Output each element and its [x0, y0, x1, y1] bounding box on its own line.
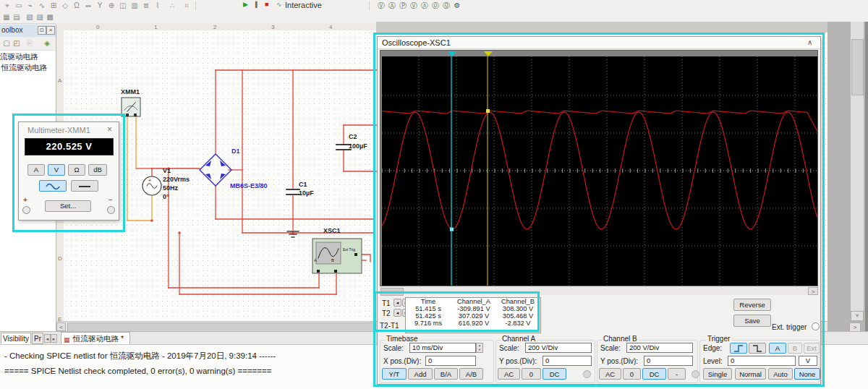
probe-settings-gear-icon[interactable]: ⚙	[452, 1, 462, 10]
reverse-button[interactable]: Reverse	[733, 299, 771, 311]
toolbar-icon[interactable]: Y	[95, 1, 105, 10]
collapse-icon[interactable]: ∧	[807, 38, 812, 46]
cursor2-handle[interactable]	[484, 51, 493, 56]
toolbar-icon[interactable]: ∿	[37, 1, 47, 10]
channel-b-scale-input[interactable]: 200 V/Div	[626, 343, 693, 353]
postprocessor-icon[interactable]: ▧	[25, 12, 35, 22]
scroll-down-button[interactable]: ˅	[851, 311, 864, 321]
toolbar-icon[interactable]: Ω	[72, 1, 82, 10]
tab-visibility[interactable]: Visibility	[1, 333, 31, 344]
ba-mode-button[interactable]: B/A	[434, 368, 458, 380]
yt-mode-button[interactable]: Y/T	[382, 368, 407, 380]
toolbar-icon[interactable]: ◫	[118, 1, 128, 10]
set-button[interactable]: Set...	[45, 200, 91, 212]
interactive-mode-dropdown[interactable]: Interactive	[285, 1, 322, 9]
trigger-single-button[interactable]: Single	[703, 368, 732, 380]
capture-icon[interactable]: ▩	[45, 12, 55, 22]
trigger-source-a-button[interactable]: A	[769, 343, 786, 354]
ac-mode-button[interactable]	[39, 180, 67, 192]
toolbar-icon[interactable]: ⌖	[2, 1, 12, 10]
circuit-tab[interactable]: ▦ 恒流驱动电路 *	[61, 332, 130, 345]
scroll-left-button[interactable]: <	[56, 322, 66, 331]
report-icon[interactable]: ▨	[35, 12, 45, 22]
scope-hscrollbar[interactable]: >	[380, 287, 818, 295]
mode-ohmmeter-button[interactable]: Ω	[68, 164, 85, 176]
voltage-probe-icon[interactable]: Ⓥ	[376, 1, 386, 10]
trigger-auto-button[interactable]: Auto	[768, 368, 793, 380]
scope-hscroll-thumb[interactable]	[380, 288, 404, 296]
multimeter-close-icon[interactable]: ×	[107, 124, 112, 134]
analysis-icon[interactable]: ▤	[12, 12, 22, 22]
tab-scroll-right[interactable]: ►	[51, 334, 57, 343]
t1-left-button[interactable]: ◄	[393, 299, 401, 307]
open-folder-icon[interactable]: ◰	[12, 38, 22, 48]
board-icon[interactable]: ◈	[42, 38, 52, 48]
trigger-none-button[interactable]: None	[794, 368, 820, 380]
channel-b-dc-button[interactable]: DC	[642, 368, 666, 380]
channel-a-ac-button[interactable]: AC	[498, 368, 520, 380]
trigger-falling-edge-button[interactable]	[749, 343, 766, 354]
toolbar-icon[interactable]: ⊕	[106, 1, 116, 10]
toolbar-icon[interactable]: ⌇	[153, 1, 163, 10]
t2-left-button[interactable]: ◄	[393, 309, 401, 317]
voltage-current-probe-icon[interactable]: Ⓐ	[420, 1, 430, 10]
dc-mode-button[interactable]	[71, 180, 98, 192]
toolbar-icon[interactable]: ⌗	[182, 1, 192, 10]
toolbox-header[interactable]: oolbox ⊡ ×	[0, 25, 56, 38]
negative-terminal[interactable]	[107, 206, 115, 214]
ab-mode-button[interactable]: A/B	[459, 368, 483, 380]
positive-terminal[interactable]	[22, 206, 30, 214]
oscilloscope-window[interactable]: Oscilloscope-XSC1 ∧ > T1 ◄ ► T2 ◄ ► T2-T…	[377, 36, 821, 385]
power-probe-icon[interactable]: Ⓟ	[398, 1, 408, 10]
new-document-icon[interactable]: ▢	[1, 38, 12, 48]
pause-simulation-button[interactable]: ∥	[255, 1, 258, 8]
current-probe-icon[interactable]: Ⓐ	[387, 1, 397, 10]
oscilloscope-titlebar[interactable]: Oscilloscope-XSC1 ∧	[378, 37, 820, 49]
vscroll-thumb[interactable]	[851, 39, 864, 95]
trigger-source-b-button[interactable]: B	[788, 343, 802, 354]
diff-voltage-probe-icon[interactable]: Ⓥ	[409, 1, 419, 10]
tab-project[interactable]: Pr	[32, 333, 43, 344]
channel-b-ac-button[interactable]: AC	[599, 368, 621, 380]
toolbar-icon[interactable]: ⊞	[48, 1, 59, 10]
toolbar-icon[interactable]: ▭	[14, 1, 24, 10]
digital-probe-icon[interactable]: Ⓠ	[441, 1, 451, 10]
timebase-xpos-input[interactable]: 0	[425, 356, 476, 366]
channel-a-ypos-input[interactable]: 0	[542, 356, 592, 366]
toolbar-icon[interactable]: ≣	[141, 1, 151, 10]
add-mode-button[interactable]: Add	[408, 368, 433, 380]
toolbox-restore-button[interactable]: ⊡	[38, 26, 46, 35]
trigger-source-ext-button[interactable]: Ext	[804, 343, 820, 354]
grapher-icon[interactable]: ▦	[1, 12, 12, 22]
spinner-down-icon[interactable]: ▼	[477, 348, 482, 352]
tab-scroll-left[interactable]: ◄	[44, 334, 51, 343]
reference-probe-icon[interactable]: Ⓞ	[430, 1, 441, 10]
channel-b-invert-button[interactable]: -	[668, 368, 686, 380]
scope-scroll-right[interactable]: >	[808, 287, 818, 295]
mode-ammeter-button[interactable]: A	[27, 164, 45, 176]
multimeter-window[interactable]: Multimeter-XMM1 × 220.525 V A V Ω dB + −…	[18, 121, 119, 221]
trigger-level-input[interactable]: 0	[728, 356, 796, 366]
toolbar-icon[interactable]: ◇	[60, 1, 70, 10]
toolbar-icon[interactable]: ⌁	[25, 1, 35, 10]
save-button[interactable]: Save	[733, 315, 771, 327]
scope-screen[interactable]	[382, 56, 817, 286]
timebase-scale-input[interactable]: 10 ms/Div	[409, 343, 476, 353]
project-tree-item[interactable]: 恒流驱动电路	[1, 63, 47, 73]
channel-b-zero-button[interactable]: 0	[623, 368, 641, 380]
project-tree-item[interactable]: 流驱动电路	[0, 52, 38, 62]
toolbar-icon[interactable]: ▥	[129, 1, 140, 10]
channel-a-dc-button[interactable]: DC	[542, 368, 566, 380]
ext-trigger-terminal[interactable]	[812, 322, 820, 330]
trigger-rising-edge-button[interactable]	[730, 343, 747, 354]
channel-a-zero-button[interactable]: 0	[522, 368, 541, 380]
stop-simulation-button[interactable]: ■	[265, 1, 268, 8]
channel-a-scale-input[interactable]: 200 V/Div	[525, 343, 592, 353]
channel-b-ypos-input[interactable]: 0	[644, 356, 693, 366]
toolbox-close-button[interactable]: ×	[46, 26, 55, 35]
timebase-spinner[interactable]: ▲ ▼	[476, 343, 483, 353]
paste-icon[interactable]: ⎘	[25, 38, 35, 48]
toolbar-icon[interactable]: ⏛	[83, 1, 93, 10]
mode-voltmeter-button[interactable]: V	[48, 164, 65, 176]
canvas-vscrollbar[interactable]	[851, 22, 864, 312]
